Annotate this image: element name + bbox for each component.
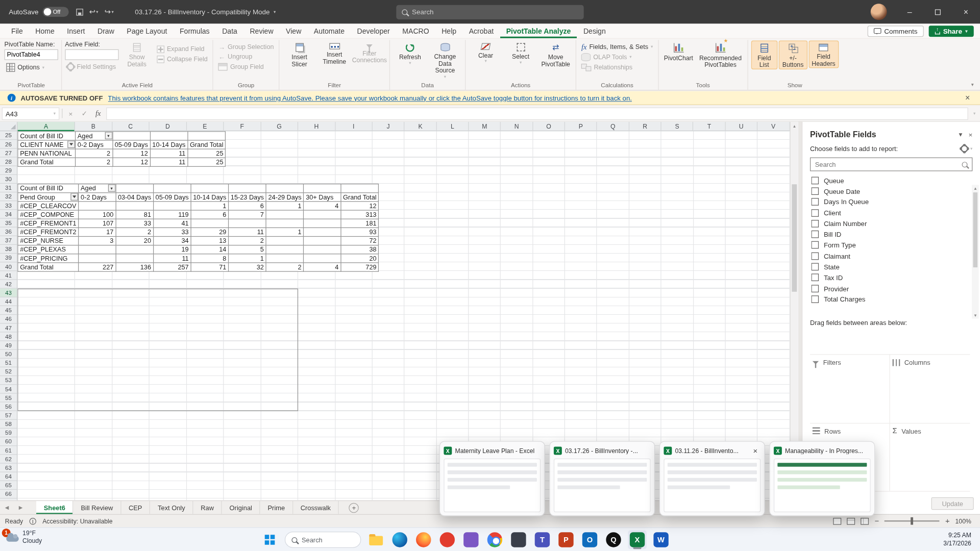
field-item-state[interactable]: State (811, 261, 980, 272)
column-header-O[interactable]: O (533, 122, 565, 131)
row-header-59[interactable]: 59 (0, 429, 17, 437)
field-list-scrollbar[interactable]: ▲ ▼ (972, 185, 978, 318)
tools-gear-button[interactable]: ▾ (961, 145, 973, 153)
normal-view-icon[interactable] (834, 517, 842, 524)
window-preview[interactable]: X03.11.26 - BillInvento...× (659, 441, 765, 516)
close-message-bar-button[interactable]: × (963, 93, 972, 102)
collapse-ribbon-icon[interactable]: ▾ (971, 82, 974, 87)
checkbox-state[interactable] (811, 263, 819, 271)
taskbar-excel-icon[interactable]: X (628, 531, 647, 549)
checkbox-tax-id[interactable] (811, 274, 819, 282)
maximize-button[interactable] (924, 0, 952, 24)
column-header-Q[interactable]: Q (597, 122, 629, 131)
new-sheet-button[interactable]: + (349, 503, 359, 513)
column-header-P[interactable]: P (565, 122, 597, 131)
row-header-51[interactable]: 51 (0, 359, 17, 367)
filter-connections-button[interactable]: Filter Connections (353, 41, 386, 65)
window-preview[interactable]: XManageability - In Progres... (769, 441, 875, 516)
tab-file[interactable]: File (5, 24, 29, 38)
field-item-total-charges[interactable]: Total Charges (811, 294, 980, 305)
close-preview-button[interactable]: × (750, 445, 761, 456)
row-header-44[interactable]: 44 (0, 297, 17, 306)
sheet-tab-crosswalk[interactable]: Crosswalk (293, 501, 339, 514)
row-header-31[interactable]: 31 (0, 184, 17, 192)
page-layout-view-icon[interactable] (847, 517, 855, 524)
sheet-tab-raw[interactable]: Raw (193, 501, 222, 514)
select-all-corner[interactable] (0, 122, 17, 131)
row-header-61[interactable]: 61 (0, 446, 17, 455)
column-header-N[interactable]: N (501, 122, 533, 131)
comments-button[interactable]: Comments (867, 26, 923, 37)
recommended-pivottables-button[interactable]: Recommended PivotTables (697, 41, 744, 69)
row-header-49[interactable]: 49 (0, 341, 17, 350)
relationships-button[interactable]: Relationships (579, 62, 655, 71)
sheet-tab-text-only[interactable]: Text Only (150, 501, 193, 514)
zoom-slider[interactable] (885, 520, 940, 521)
sheet-tab-prime[interactable]: Prime (260, 501, 293, 514)
column-header-C[interactable]: C (112, 122, 150, 131)
ungroup-button[interactable]: ← Ungroup (216, 52, 276, 61)
share-button[interactable]: ↑ Share ▾ (928, 26, 973, 37)
row-header-29[interactable]: 29 (0, 166, 17, 175)
checkbox-bill-id[interactable] (811, 231, 819, 238)
update-button[interactable]: Update (932, 497, 974, 510)
tab-acrobat[interactable]: Acrobat (462, 24, 500, 38)
checkbox-claimant[interactable] (811, 252, 819, 260)
taskbar-teams-icon[interactable]: T (533, 531, 552, 549)
message-link[interactable]: This workbook contains features that pre… (108, 94, 632, 102)
zoom-knob[interactable] (911, 517, 914, 525)
start-button[interactable] (260, 531, 279, 549)
scrollbar-thumb[interactable] (973, 192, 978, 267)
autosave-toggle[interactable]: AutoSave Off (9, 7, 68, 17)
tab-review[interactable]: Review (243, 24, 280, 38)
active-field-input[interactable] (65, 49, 118, 60)
sheet-nav-right-icon[interactable]: ▶ (14, 505, 28, 510)
expand-formula-bar-icon[interactable]: ▾ (973, 111, 975, 116)
row-header-52[interactable]: 52 (0, 367, 17, 376)
row-header-25[interactable]: 25 (0, 131, 17, 140)
row-header-45[interactable]: 45 (0, 306, 17, 315)
pivot1-row-filter-button[interactable] (67, 141, 75, 148)
tab-view[interactable]: View (280, 24, 308, 38)
column-header-K[interactable]: K (405, 122, 437, 131)
scroll-down-icon[interactable]: ▼ (972, 312, 978, 318)
row-header-27[interactable]: 27 (0, 148, 17, 157)
tab-automate[interactable]: Automate (308, 24, 351, 38)
column-header-F[interactable]: F (224, 122, 261, 131)
field-item-queue-date[interactable]: Queue Date (811, 186, 980, 196)
row-header-43[interactable]: 43 (0, 289, 17, 297)
column-header-D[interactable]: D (150, 122, 187, 131)
taskbar-clock[interactable]: 9:25 AM 3/17/2026 (943, 531, 971, 547)
scroll-up-icon[interactable]: ▲ (972, 185, 978, 191)
field-list-button[interactable]: Field List (751, 41, 777, 70)
pivot2-row-filter-button[interactable] (70, 193, 78, 201)
pivotchart-button[interactable]: PivotChart (662, 41, 695, 62)
checkbox-queue[interactable] (811, 177, 819, 184)
column-header-R[interactable]: R (629, 122, 662, 131)
column-header-E[interactable]: E (187, 122, 224, 131)
row-header-36[interactable]: 36 (0, 228, 17, 236)
taskbar-quickbooks-icon[interactable]: Q (604, 531, 623, 549)
column-header-L[interactable]: L (437, 122, 469, 131)
row-header-32[interactable]: 32 (0, 192, 17, 201)
refresh-button[interactable]: Refresh ▾ (393, 41, 427, 66)
column-header-H[interactable]: H (298, 122, 335, 131)
row-header-53[interactable]: 53 (0, 376, 17, 385)
column-header-B[interactable]: B (75, 122, 112, 131)
field-item-claim-number[interactable]: Claim Number (811, 218, 980, 229)
user-avatar[interactable] (871, 4, 887, 20)
field-item-queue[interactable]: Queue (811, 175, 980, 186)
minimize-button[interactable]: – (896, 0, 924, 24)
field-item-bill-id[interactable]: Bill ID (811, 229, 980, 240)
field-item-client[interactable]: Client (811, 207, 980, 218)
checkbox-client[interactable] (811, 209, 819, 217)
sheet-tab-cep[interactable]: CEP (121, 501, 150, 514)
tab-help[interactable]: Help (435, 24, 462, 38)
row-header-47[interactable]: 47 (0, 323, 17, 332)
tab-page-layout[interactable]: Page Layout (120, 24, 174, 38)
column-header-V[interactable]: V (757, 122, 790, 131)
checkbox-claim-number[interactable] (811, 220, 819, 228)
field-headers-button[interactable]: Field Headers (808, 41, 839, 68)
checkbox-days-in-queue[interactable] (811, 198, 819, 206)
tab-design[interactable]: Design (577, 24, 612, 38)
